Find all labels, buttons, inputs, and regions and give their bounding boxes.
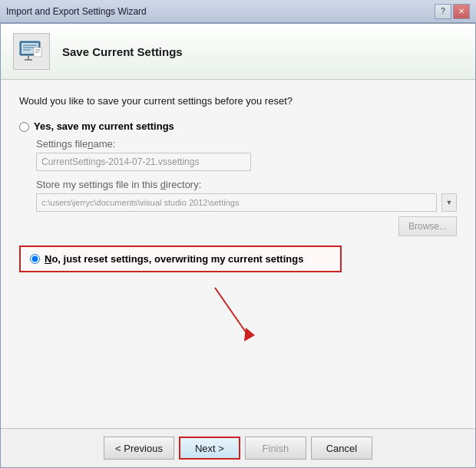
dialog-content: Would you like to save your current sett… xyxy=(1,80,475,428)
yes-label[interactable]: Yes, save my current settings xyxy=(34,120,174,132)
svg-line-11 xyxy=(215,288,250,338)
wizard-icon xyxy=(13,33,50,70)
dialog-title: Save Current Settings xyxy=(62,45,183,58)
svg-rect-5 xyxy=(23,47,34,48)
no-reset-option: No, just reset settings, overwriting my … xyxy=(19,246,342,272)
dir-label: Store my settings file in this directory… xyxy=(36,179,457,190)
no-radio[interactable] xyxy=(30,254,40,264)
svg-marker-12 xyxy=(244,328,255,341)
svg-rect-9 xyxy=(35,51,40,51)
browse-button[interactable]: Browse... xyxy=(398,216,457,236)
title-bar-text: Import and Export Settings Wizard xyxy=(6,6,147,17)
svg-rect-8 xyxy=(35,49,40,50)
arrow-area xyxy=(19,272,457,364)
yes-radio[interactable] xyxy=(19,122,29,132)
yes-option-row: Yes, save my current settings xyxy=(19,120,457,132)
svg-rect-10 xyxy=(35,52,38,53)
dir-dropdown-icon[interactable]: ▼ xyxy=(441,193,457,212)
dir-row: ▼ xyxy=(36,193,457,212)
dialog-footer: < Previous Next > Finish Cancel xyxy=(1,428,475,467)
title-bar-buttons: ? ✕ xyxy=(435,4,470,19)
cancel-button[interactable]: Cancel xyxy=(311,437,372,460)
no-label[interactable]: No, just reset settings, overwriting my … xyxy=(45,253,303,265)
settings-group: Settings filename: Store my settings fil… xyxy=(36,138,457,236)
finish-button[interactable]: Finish xyxy=(245,437,306,460)
filename-input[interactable] xyxy=(36,153,251,171)
dialog-header: Save Current Settings xyxy=(1,24,475,80)
arrow-svg xyxy=(192,280,284,357)
close-button[interactable]: ✕ xyxy=(453,4,470,19)
title-bar: Import and Export Settings Wizard ? ✕ xyxy=(0,0,476,23)
filename-label: Settings filename: xyxy=(36,138,457,150)
previous-button[interactable]: < Previous xyxy=(104,437,174,460)
svg-rect-4 xyxy=(23,44,37,46)
dialog: Save Current Settings Would you like to … xyxy=(0,23,476,468)
question-text: Would you like to save your current sett… xyxy=(19,95,457,107)
next-button[interactable]: Next > xyxy=(179,437,240,460)
wizard-icon-svg xyxy=(17,37,46,66)
svg-rect-3 xyxy=(25,59,32,61)
svg-rect-6 xyxy=(23,49,31,51)
help-button[interactable]: ? xyxy=(435,4,451,19)
dir-input[interactable] xyxy=(36,193,437,212)
